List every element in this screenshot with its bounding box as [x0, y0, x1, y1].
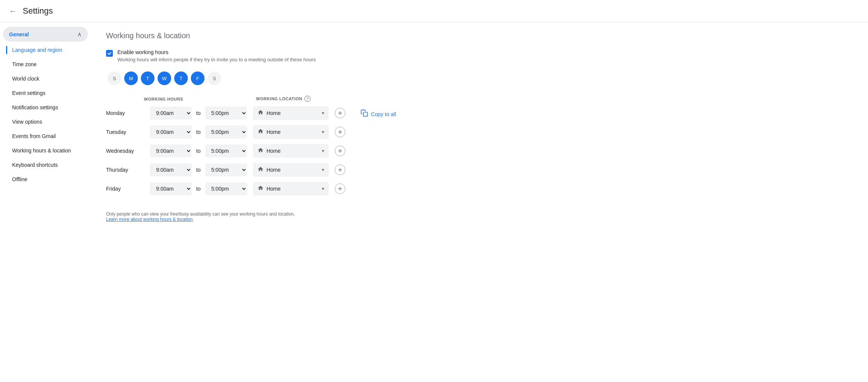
- copy-to-all-col: Copy to all: [345, 106, 396, 119]
- to-label: to: [195, 186, 202, 192]
- copy-to-all-button[interactable]: Copy to all: [361, 109, 396, 119]
- sidebar: General ∧ Language and regionTime zoneWo…: [0, 22, 91, 380]
- location-text: Home: [267, 186, 319, 192]
- dropdown-arrow-icon: ▾: [322, 110, 324, 116]
- dropdown-arrow-icon: ▾: [322, 129, 324, 135]
- svg-rect-0: [363, 112, 367, 116]
- sidebar-general[interactable]: General ∧: [3, 27, 88, 42]
- start-time-monday[interactable]: 9:00am: [150, 107, 192, 120]
- location-select-thursday[interactable]: Home ▾: [253, 163, 329, 177]
- time-group-monday: 9:00am to 5:00pm: [150, 107, 247, 120]
- footer-text: Only people who can view your free/busy …: [106, 211, 295, 217]
- sidebar-item-notification-settings[interactable]: Notification settings: [6, 101, 88, 114]
- time-group-wednesday: 9:00am to 5:00pm: [150, 144, 247, 157]
- day-circle-4[interactable]: T: [174, 71, 188, 85]
- sidebar-item-offline[interactable]: Offline: [6, 172, 88, 186]
- day-row-friday: Friday 9:00am to 5:00pm Home ▾: [106, 182, 345, 196]
- day-row-thursday: Thursday 9:00am to 5:00pm Home ▾: [106, 163, 345, 177]
- sidebar-item-keyboard-shortcuts[interactable]: Keyboard shortcuts: [6, 158, 88, 172]
- time-group-tuesday: 9:00am to 5:00pm: [150, 126, 247, 138]
- help-icon[interactable]: ?: [304, 96, 311, 102]
- day-label-tuesday: Tuesday: [106, 129, 144, 135]
- sidebar-item-events-from-gmail[interactable]: Events from Gmail: [6, 129, 88, 143]
- footer-period: .: [193, 217, 194, 222]
- start-time-tuesday[interactable]: 9:00am: [150, 126, 192, 138]
- location-text: Home: [267, 129, 319, 135]
- col-header-location: WORKING LOCATION: [256, 96, 302, 101]
- add-location-button-friday[interactable]: [335, 183, 345, 194]
- back-icon: ←: [9, 7, 17, 16]
- day-circle-1[interactable]: M: [124, 71, 138, 85]
- day-label-thursday: Thursday: [106, 167, 144, 173]
- home-icon: [258, 109, 264, 117]
- day-label-wednesday: Wednesday: [106, 148, 144, 154]
- home-icon: [258, 128, 264, 136]
- add-location-button-wednesday[interactable]: [335, 146, 345, 156]
- start-time-friday[interactable]: 9:00am: [150, 182, 192, 195]
- location-select-friday[interactable]: Home ▾: [253, 182, 329, 196]
- sidebar-item-language-region[interactable]: Language and region: [6, 43, 88, 57]
- day-row-monday: Monday 9:00am to 5:00pm Home ▾: [106, 106, 345, 120]
- enable-checkbox[interactable]: [106, 50, 113, 57]
- sidebar-item-event-settings[interactable]: Event settings: [6, 86, 88, 100]
- sidebar-item-time-zone[interactable]: Time zone: [6, 57, 88, 71]
- home-icon: [258, 147, 264, 155]
- add-location-button-tuesday[interactable]: [335, 127, 345, 137]
- home-icon: [258, 166, 264, 174]
- end-time-tuesday[interactable]: 5:00pm: [205, 126, 247, 138]
- end-time-thursday[interactable]: 5:00pm: [205, 163, 247, 176]
- main-content: Working hours & location Enable working …: [91, 22, 868, 380]
- hours-rows: Monday 9:00am to 5:00pm Home ▾ Tuesday 9…: [106, 106, 345, 201]
- to-label: to: [195, 129, 202, 135]
- to-label: to: [195, 167, 202, 173]
- sidebar-item-world-clock[interactable]: World clock: [6, 72, 88, 85]
- col-header-hours: WORKING HOURS: [144, 97, 183, 101]
- sidebar-item-view-options[interactable]: View options: [6, 115, 88, 129]
- to-label: to: [195, 148, 202, 154]
- time-group-friday: 9:00am to 5:00pm: [150, 182, 247, 195]
- location-select-wednesday[interactable]: Home ▾: [253, 144, 329, 158]
- dropdown-arrow-icon: ▾: [322, 167, 324, 172]
- start-time-thursday[interactable]: 9:00am: [150, 163, 192, 176]
- day-circle-0[interactable]: S: [108, 71, 121, 85]
- chevron-up-icon: ∧: [77, 31, 82, 38]
- day-label-friday: Friday: [106, 186, 144, 192]
- day-circle-2[interactable]: T: [141, 71, 155, 85]
- home-icon: [258, 185, 264, 193]
- footer-link[interactable]: Learn more about working hours & locatio…: [106, 217, 193, 222]
- enable-label: Enable working hours: [117, 49, 316, 55]
- hours-rows-area: Monday 9:00am to 5:00pm Home ▾ Tuesday 9…: [106, 106, 853, 201]
- location-select-monday[interactable]: Home ▾: [253, 106, 329, 120]
- day-row-tuesday: Tuesday 9:00am to 5:00pm Home ▾: [106, 125, 345, 139]
- page-title: Settings: [23, 6, 53, 16]
- location-text: Home: [267, 167, 319, 173]
- end-time-monday[interactable]: 5:00pm: [205, 107, 247, 120]
- day-label-monday: Monday: [106, 110, 144, 116]
- location-select-tuesday[interactable]: Home ▾: [253, 125, 329, 139]
- end-time-friday[interactable]: 5:00pm: [205, 182, 247, 195]
- header: ← Settings: [0, 0, 868, 22]
- to-label: to: [195, 110, 202, 116]
- day-circle-3[interactable]: W: [158, 71, 171, 85]
- enable-working-hours-row: Enable working hours Working hours will …: [106, 49, 853, 62]
- day-circle-5[interactable]: F: [191, 71, 205, 85]
- day-row-wednesday: Wednesday 9:00am to 5:00pm Home ▾: [106, 144, 345, 158]
- copy-icon: [361, 109, 368, 119]
- footer-note: Only people who can view your free/busy …: [106, 211, 853, 222]
- day-circle-6[interactable]: S: [208, 71, 221, 85]
- add-location-button-monday[interactable]: [335, 108, 345, 118]
- add-location-button-thursday[interactable]: [335, 165, 345, 175]
- day-circles: SMTWTFS: [108, 71, 853, 85]
- back-button[interactable]: ←: [9, 7, 17, 16]
- time-group-thursday: 9:00am to 5:00pm: [150, 163, 247, 176]
- start-time-wednesday[interactable]: 9:00am: [150, 144, 192, 157]
- section-title: Working hours & location: [106, 31, 853, 40]
- dropdown-arrow-icon: ▾: [322, 148, 324, 154]
- enable-text: Enable working hours Working hours will …: [117, 49, 316, 62]
- end-time-wednesday[interactable]: 5:00pm: [205, 144, 247, 157]
- sidebar-general-label: General: [9, 31, 29, 37]
- sidebar-items: Language and regionTime zoneWorld clockE…: [3, 43, 88, 186]
- location-text: Home: [267, 110, 319, 116]
- sidebar-item-working-hours[interactable]: Working hours & location: [6, 144, 88, 157]
- layout: General ∧ Language and regionTime zoneWo…: [0, 22, 868, 380]
